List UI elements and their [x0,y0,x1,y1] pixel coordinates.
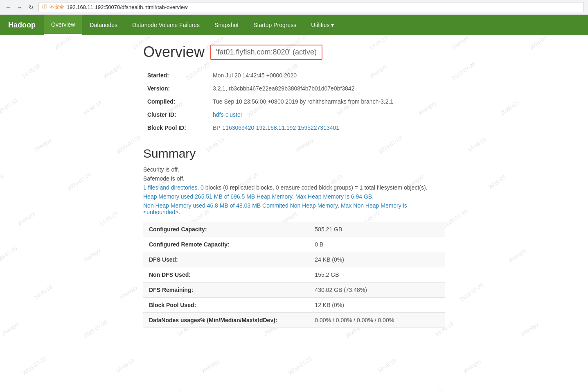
files-link[interactable]: 1 files and directories [143,184,197,191]
chevron-down-icon: ▾ [331,22,334,28]
table-row: Configured Remote Capacity: 0 B [143,237,445,252]
info-table: Started: Mon Jul 20 14:42:45 +0800 2020 … [143,69,445,134]
data-value: 430.02 GB (73.48%) [309,283,445,298]
data-value: 155.2 GB [309,267,445,283]
nav-overview[interactable]: Overview [44,15,82,35]
table-row: Block Pool ID: BP-1163069420-192.168.11.… [143,121,445,134]
data-label: Non DFS Used: [143,267,309,283]
main-container: zhangyy 2020-07- 14:45:19 zhangyy 2020-0… [0,35,588,391]
table-row: DFS Used: 24 KB (0%) [143,252,445,267]
data-label: DFS Remaining: [143,283,309,298]
table-row: Configured Capacity: 585.21 GB [143,222,445,237]
summary-title: Summary [143,147,445,160]
page-title: Overview [143,43,205,61]
nav-utilities[interactable]: Utilities ▾ [304,15,341,35]
address-bar[interactable]: ⓘ 不安全 192.168.11.192:50070/dfshealth.htm… [38,2,584,12]
table-row: DataNodes usages% (Min/Median/Max/stdDev… [143,313,445,328]
summary-line-2: 1 files and directories, 0 blocks (0 rep… [143,184,445,191]
nav-snapshot[interactable]: Snapshot [207,15,246,35]
info-label: Compiled: [143,95,209,108]
table-row: Block Pool Used: 12 KB (0%) [143,298,445,313]
summary-line-4: Non Heap Memory used 46.8 MB of 48.03 MB… [143,202,445,215]
summary-data-table: Configured Capacity: 585.21 GB Configure… [143,222,445,328]
table-row: Compiled: Tue Sep 10 23:56:00 +0800 2019… [143,95,445,108]
data-value: 0 B [309,237,445,252]
data-value: 24 KB (0%) [309,252,445,267]
back-button[interactable]: ← [4,3,12,11]
browser-bar: ← → ↻ ⓘ 不安全 192.168.11.192:50070/dfsheal… [0,0,588,15]
navbar: Hadoop Overview Datanodes Datanode Volum… [0,15,588,35]
security-label: 不安全 [50,4,64,11]
table-row: Cluster ID: hdfs-cluster [143,108,445,121]
info-label: Block Pool ID: [143,121,209,134]
brand-label[interactable]: Hadoop [0,15,44,35]
summary-line-1: Safemode is off. [143,175,445,182]
info-value: Tue Sep 10 23:56:00 +0800 2019 by rohith… [209,95,445,108]
block-pool-id-link[interactable]: BP-1163069420-192.168.11.192-15952273134… [213,124,339,131]
security-icon: ⓘ [42,4,47,11]
table-row: DFS Remaining: 430.02 GB (73.48%) [143,283,445,298]
data-label: DFS Used: [143,252,309,267]
page-content: Overview 'fat01.flyfish.com:8020' (activ… [0,35,588,336]
nav-startup-progress[interactable]: Startup Progress [246,15,304,35]
info-value: Mon Jul 20 14:42:45 +0800 2020 [209,69,445,82]
summary-line-0: Security is off. [143,166,445,173]
address-text: 192.168.11.192:50070/dfshealth.html#tab-… [67,4,188,10]
heap-memory-link[interactable]: Heap Memory used 265.51 MB of 696.5 MB H… [143,193,374,200]
nav-datanode-volume-failures[interactable]: Datanode Volume Failures [125,15,207,35]
data-label: Configured Capacity: [143,222,309,237]
data-value: 0.00% / 0.00% / 0.00% / 0.00% [309,313,445,328]
info-label: Started: [143,69,209,82]
active-node-badge: 'fat01.flyfish.com:8020' (active) [210,45,322,60]
info-value: BP-1163069420-192.168.11.192-15952273134… [209,121,445,134]
reload-button[interactable]: ↻ [27,3,35,11]
data-value: 12 KB (0%) [309,298,445,313]
data-label: DataNodes usages% (Min/Median/Max/stdDev… [143,313,309,328]
data-label: Block Pool Used: [143,298,309,313]
summary-line-3: Heap Memory used 265.51 MB of 696.5 MB H… [143,193,445,200]
info-label: Cluster ID: [143,108,209,121]
cluster-id-link[interactable]: hdfs-cluster [213,111,242,118]
nav-datanodes[interactable]: Datanodes [82,15,125,35]
info-label: Version: [143,82,209,95]
info-value: hdfs-cluster [209,108,445,121]
info-value: 3.2.1, rb3cbbb467e22ea829b3808f4b7b01d07… [209,82,445,95]
table-row: Non DFS Used: 155.2 GB [143,267,445,283]
data-value: 585.21 GB [309,222,445,237]
non-heap-memory-link[interactable]: Non Heap Memory used 46.8 MB of 48.03 MB… [143,202,407,215]
data-label: Configured Remote Capacity: [143,237,309,252]
table-row: Started: Mon Jul 20 14:42:45 +0800 2020 [143,69,445,82]
forward-button[interactable]: → [16,3,24,11]
table-row: Version: 3.2.1, rb3cbbb467e22ea829b3808f… [143,82,445,95]
page-header: Overview 'fat01.flyfish.com:8020' (activ… [143,43,445,61]
